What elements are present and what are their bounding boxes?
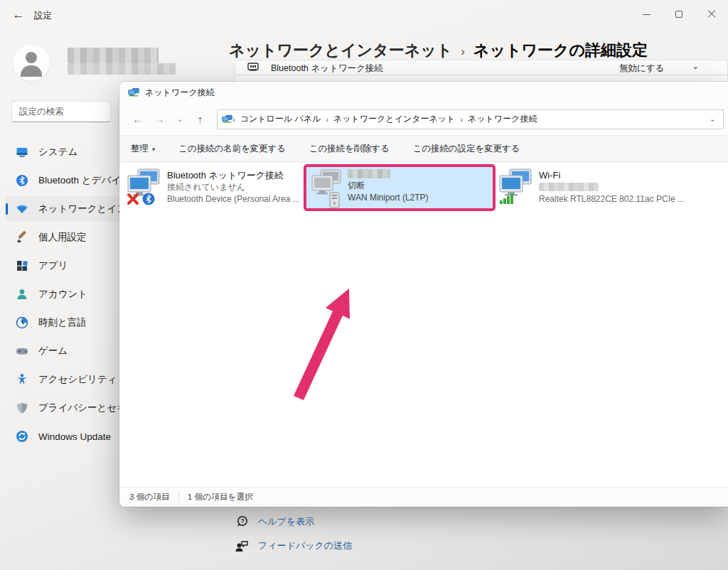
explorer-navbar: ← → ⌄ ↑ › コントロール パネル › ネットワークとインターネット › … bbox=[119, 103, 728, 135]
explorer-toolbar: 整理▾ この接続の名前を変更する この接続を削除する この接続の設定を変更する bbox=[119, 135, 728, 162]
change-connection-settings-command[interactable]: この接続の設定を変更する bbox=[413, 143, 520, 155]
system-icon bbox=[16, 146, 28, 158]
privacy-shield-icon bbox=[16, 402, 28, 414]
rename-connection-command[interactable]: この接続の名前を変更する bbox=[178, 143, 285, 155]
bluetooth-icon bbox=[16, 174, 28, 187]
svg-text:?: ? bbox=[240, 517, 244, 525]
address-location-icon bbox=[222, 114, 232, 124]
disable-button[interactable]: 無効にする bbox=[619, 63, 664, 75]
bluetooth-network-icon bbox=[125, 168, 162, 206]
time-language-icon bbox=[16, 316, 28, 329]
connection-item-bluetooth[interactable]: Bluetooth ネットワーク接続 接続されていません Bluetooth D… bbox=[125, 168, 300, 206]
back-arrow-icon: ← bbox=[13, 8, 25, 22]
vpn-network-icon bbox=[310, 169, 343, 209]
sidebar-item-accessibility[interactable]: アクセシビリティ bbox=[6, 367, 119, 392]
window-controls bbox=[630, 0, 728, 28]
status-divider bbox=[178, 492, 179, 502]
organize-caret-icon: ▾ bbox=[152, 146, 156, 153]
bluetooth-adapter-card[interactable]: Bluetooth ネットワーク接続 無効にする ⌄ bbox=[235, 60, 728, 82]
back-button[interactable]: ← bbox=[9, 6, 28, 24]
search-input[interactable] bbox=[12, 102, 110, 122]
page-title: ネットワークとインターネット › ネットワークの詳細設定 bbox=[229, 40, 648, 61]
connection-device: Realtek RTL8822CE 802.11ac PCIe ... bbox=[539, 193, 685, 205]
card-label: Bluetooth ネットワーク接続 bbox=[271, 63, 383, 75]
organize-menu[interactable]: 整理▾ bbox=[131, 143, 155, 155]
user-email-blurred bbox=[68, 63, 176, 75]
connection-device: Bluetooth Device (Personal Area ... bbox=[167, 193, 300, 205]
connection-status: 接続されていません bbox=[167, 181, 300, 193]
sidebar-item-time-language[interactable]: 時刻と言語 bbox=[6, 310, 119, 335]
explorer-title: ネットワーク接続 bbox=[145, 87, 214, 99]
network-icon bbox=[16, 203, 28, 215]
connection-name: Bluetooth ネットワーク接続 bbox=[167, 169, 300, 181]
user-name-blurred bbox=[68, 48, 159, 63]
address-bar[interactable]: › コントロール パネル › ネットワークとインターネット › ネットワーク接続… bbox=[217, 109, 724, 129]
close-icon bbox=[707, 10, 716, 18]
items-count: 3 個の項目 bbox=[129, 492, 170, 502]
explorer-titlebar[interactable]: ネットワーク接続 bbox=[119, 82, 728, 103]
sidebar-item-accounts[interactable]: アカウント bbox=[6, 281, 119, 307]
connection-status: 切断 bbox=[348, 180, 429, 192]
breadcrumb-current: ネットワークの詳細設定 bbox=[473, 40, 648, 61]
app-title: 設定 bbox=[34, 10, 52, 22]
accessibility-icon bbox=[16, 373, 28, 386]
minimize-button[interactable] bbox=[630, 0, 663, 28]
breadcrumb-parent[interactable]: ネットワークとインターネット bbox=[229, 40, 452, 61]
connection-ssid-blurred bbox=[539, 183, 599, 191]
accounts-icon bbox=[16, 288, 28, 301]
network-adapter-icon bbox=[247, 61, 259, 72]
personalization-icon bbox=[16, 231, 28, 244]
connection-item-vpn[interactable]: 切断 WAN Miniport (L2TP) bbox=[348, 169, 429, 208]
sidebar-item-windows-update[interactable]: Windows Update bbox=[6, 424, 119, 449]
crumb-network-connections[interactable]: ネットワーク接続 bbox=[463, 113, 542, 125]
avatar bbox=[13, 44, 50, 81]
feedback-link[interactable]: フィードバックの送信 bbox=[235, 539, 352, 553]
network-connections-icon bbox=[128, 87, 139, 97]
maximize-button[interactable] bbox=[663, 0, 695, 28]
windows-update-icon bbox=[16, 430, 28, 443]
minimize-icon bbox=[643, 14, 651, 15]
wifi-network-icon bbox=[497, 168, 534, 206]
breadcrumb-separator: › bbox=[461, 45, 465, 59]
help-link[interactable]: ? ヘルプを表示 bbox=[235, 515, 314, 529]
sidebar-item-apps[interactable]: アプリ bbox=[6, 253, 119, 279]
connection-item-wifi[interactable]: Wi-Fi Realtek RTL8822CE 802.11ac PCIe ..… bbox=[497, 168, 685, 206]
nav-forward-icon[interactable]: → bbox=[149, 113, 171, 125]
explorer-statusbar: 3 個の項目 1 個の項目を選択 bbox=[119, 487, 728, 507]
connection-name-blurred bbox=[348, 169, 390, 178]
help-icon: ? bbox=[235, 515, 249, 529]
explorer-content: Bluetooth ネットワーク接続 接続されていません Bluetooth D… bbox=[119, 162, 728, 487]
gaming-icon bbox=[16, 345, 28, 357]
close-button[interactable] bbox=[695, 0, 728, 28]
crumb-network-internet[interactable]: ネットワークとインターネット bbox=[328, 113, 460, 125]
maximize-icon bbox=[675, 11, 682, 18]
search-box[interactable] bbox=[11, 101, 111, 122]
sidebar-item-personalization[interactable]: 個人用設定 bbox=[6, 225, 119, 250]
feedback-icon bbox=[235, 539, 249, 553]
connection-name: Wi-Fi bbox=[539, 169, 685, 181]
sidebar-item-system[interactable]: システム bbox=[6, 139, 119, 165]
selected-count: 1 個の項目を選択 bbox=[188, 492, 253, 502]
sidebar-item-network[interactable]: ネットワークとインター bbox=[6, 196, 119, 222]
chevron-down-icon[interactable]: ⌄ bbox=[692, 61, 699, 71]
annotation-highlight-box: 切断 WAN Miniport (L2TP) bbox=[304, 164, 496, 211]
apps-icon bbox=[16, 259, 28, 272]
sidebar-item-privacy[interactable]: プライバシーとセキュリ bbox=[6, 395, 119, 421]
nav-up-icon[interactable]: ↑ bbox=[189, 113, 211, 125]
nav-back-icon[interactable]: ← bbox=[127, 113, 149, 125]
sidebar-item-gaming[interactable]: ゲーム bbox=[6, 338, 119, 364]
crumb-control-panel[interactable]: コントロール パネル bbox=[235, 113, 326, 125]
screen: ← 設定 ネットワークとインターネット › ネットワークの詳細設定 Blueto… bbox=[0, 0, 728, 570]
connection-device: WAN Miniport (L2TP) bbox=[348, 192, 429, 204]
sidebar-item-bluetooth[interactable]: Bluetooth とデバイ bbox=[6, 168, 119, 193]
nav-recent-icon[interactable]: ⌄ bbox=[171, 114, 189, 124]
network-connections-window: ネットワーク接続 ← → ⌄ ↑ › コントロール パネル › ネットワークとイ… bbox=[119, 82, 728, 507]
card-divider bbox=[235, 75, 727, 75]
delete-connection-command[interactable]: この接続を削除する bbox=[309, 143, 390, 155]
sidebar: システム Bluetooth とデバイ ネットワークとインター 個人用設定 アプ… bbox=[6, 139, 119, 452]
address-dropdown-icon[interactable]: ⌄ bbox=[710, 114, 719, 124]
